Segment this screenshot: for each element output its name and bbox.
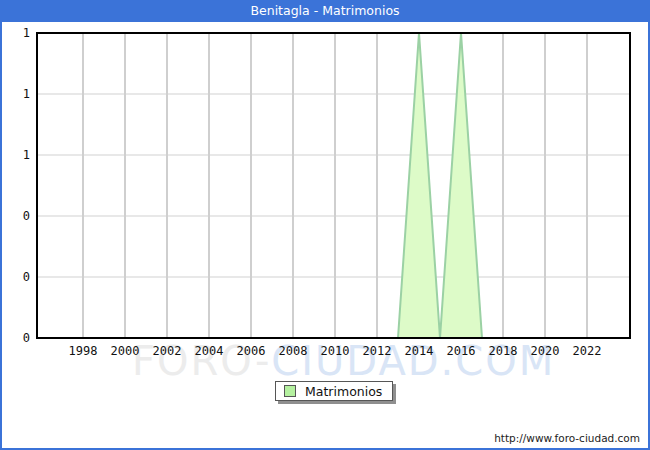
x-tick-label: 2004 <box>195 344 224 358</box>
plot-border <box>37 33 630 338</box>
x-tick-label: 2012 <box>363 344 392 358</box>
x-tick-label: 2018 <box>489 344 518 358</box>
x-tick-label: 2000 <box>111 344 140 358</box>
x-tick-label: 2006 <box>237 344 266 358</box>
y-tick-label: 0 <box>23 331 30 345</box>
footer-url: http://www.foro-ciudad.com <box>494 432 640 444</box>
x-tick-label: 2016 <box>447 344 476 358</box>
legend-label: Matrimonios <box>305 384 382 399</box>
x-tick-label: 2014 <box>405 344 434 358</box>
x-tick-label: 1998 <box>69 344 98 358</box>
y-tick-label: 0 <box>23 209 30 223</box>
legend-box: Matrimonios <box>275 381 393 401</box>
x-tick-label: 2020 <box>531 344 560 358</box>
series-matrimonios <box>41 33 608 338</box>
y-tick-label: 1 <box>23 148 30 162</box>
chart-frame: Benitagla - Matrimonios FORO-CIUDAD.COM … <box>0 0 650 450</box>
y-tick-label: 1 <box>23 87 30 101</box>
y-tick-label: 1 <box>23 26 30 40</box>
legend-swatch-matrimonios <box>284 385 296 397</box>
x-tick-label: 2008 <box>279 344 308 358</box>
y-tick-label: 0 <box>23 270 30 284</box>
x-tick-label: 2010 <box>321 344 350 358</box>
x-tick-label: 2022 <box>573 344 602 358</box>
x-tick-label: 2002 <box>153 344 182 358</box>
